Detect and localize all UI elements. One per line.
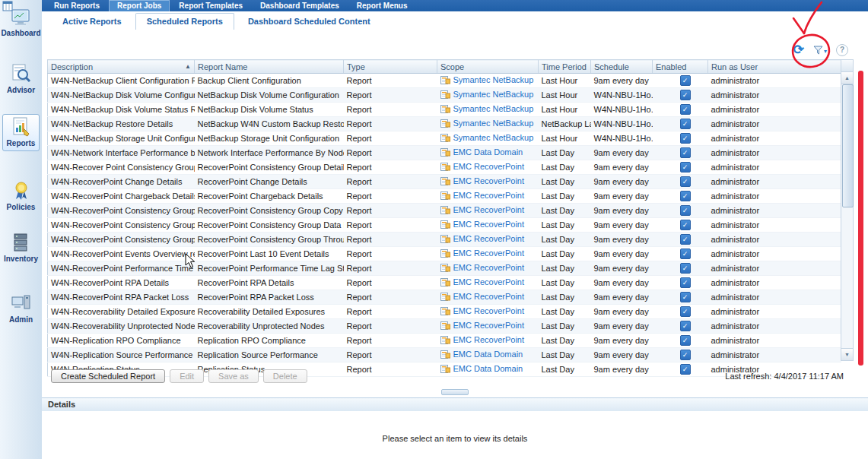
- enabled-checkbox[interactable]: ✓: [680, 350, 691, 360]
- subtab-scheduled-reports[interactable]: Scheduled Reports: [135, 13, 234, 30]
- enabled-checkbox[interactable]: ✓: [680, 277, 691, 288]
- scope-link[interactable]: EMC RecoverPoint: [453, 292, 525, 301]
- scope-link[interactable]: EMC RecoverPoint: [453, 205, 525, 214]
- scope-link[interactable]: Symantec NetBackup: [453, 90, 534, 99]
- sidebar-item-dashboard[interactable]: Dashboard: [0, 9, 42, 37]
- table-row[interactable]: W4N-Replication RPO ComplianceReplicatio…: [48, 334, 841, 348]
- column-header-description[interactable]: ▲Description: [48, 60, 195, 74]
- scope-report-icon: [440, 90, 450, 100]
- enabled-checkbox[interactable]: ✓: [680, 205, 691, 216]
- table-row[interactable]: W4N-NetBackup Restore DetailsNetBackup W…: [48, 117, 841, 131]
- enabled-checkbox[interactable]: ✓: [680, 234, 691, 245]
- enabled-checkbox[interactable]: ✓: [680, 248, 691, 259]
- scope-link[interactable]: EMC RecoverPoint: [453, 248, 525, 258]
- scope-link[interactable]: EMC RecoverPoint: [453, 263, 525, 272]
- delete-button[interactable]: Delete: [263, 369, 307, 383]
- column-header-run-as-user[interactable]: Run as User: [708, 60, 841, 74]
- table-row[interactable]: W4N-RecoverPoint Performance Time Lag...…: [48, 261, 841, 276]
- filter-icon[interactable]: ▾: [813, 46, 827, 55]
- scope-link[interactable]: EMC Data Domain: [453, 364, 523, 373]
- scope-link[interactable]: Symantec NetBackup: [453, 104, 534, 113]
- table-row[interactable]: W4N-Network Interface Performance by N..…: [48, 146, 841, 160]
- column-header-schedule[interactable]: Schedule: [591, 60, 653, 74]
- table-row[interactable]: W4N-Recoverability Detailed ExposuresRec…: [48, 305, 841, 319]
- tab-dashboard-templates[interactable]: Dashboard Templates: [253, 1, 347, 11]
- subtab-active-reports[interactable]: Active Reports: [52, 14, 132, 30]
- enabled-checkbox[interactable]: ✓: [680, 176, 691, 187]
- scope-link[interactable]: EMC Data Domain: [453, 350, 523, 359]
- enabled-checkbox[interactable]: ✓: [680, 191, 691, 201]
- scrollbar-thumb[interactable]: [842, 84, 854, 207]
- scroll-down-button[interactable]: ▼: [841, 348, 853, 360]
- tab-report-menus[interactable]: Report Menus: [349, 1, 415, 11]
- tab-report-jobs[interactable]: Report Jobs: [110, 1, 169, 11]
- enabled-checkbox[interactable]: ✓: [680, 306, 691, 317]
- scope-link[interactable]: EMC RecoverPoint: [453, 277, 525, 286]
- scope-link[interactable]: EMC RecoverPoint: [453, 176, 525, 185]
- scope-link[interactable]: EMC RecoverPoint: [453, 234, 525, 243]
- enabled-checkbox[interactable]: ✓: [680, 263, 691, 274]
- create-scheduled-report-button[interactable]: Create Scheduled Report: [51, 369, 165, 383]
- tab-report-templates[interactable]: Report Templates: [171, 1, 250, 11]
- table-row[interactable]: W4N-Recover Point Consistency Group De..…: [48, 160, 841, 175]
- edit-button[interactable]: Edit: [170, 369, 204, 383]
- table-row[interactable]: W4N-RecoverPoint Consistency Group Dat..…: [48, 218, 841, 233]
- enabled-checkbox[interactable]: ✓: [680, 321, 691, 331]
- enabled-checkbox[interactable]: ✓: [680, 162, 691, 173]
- sidebar-item-policies[interactable]: Policies: [0, 181, 42, 211]
- scope-link[interactable]: EMC RecoverPoint: [453, 191, 525, 200]
- table-row[interactable]: W4N-RecoverPoint RPA DetailsRecoverPoint…: [48, 276, 841, 290]
- sidebar-item-admin[interactable]: Admin: [0, 293, 42, 324]
- table-row[interactable]: W4N-RecoverPoint Consistency Group Thr..…: [48, 233, 841, 247]
- enabled-checkbox[interactable]: ✓: [680, 364, 691, 375]
- table-row[interactable]: W4N-NetBackup Client Configuration Repor…: [48, 74, 841, 88]
- scope-link[interactable]: Symantec NetBackup: [453, 133, 534, 142]
- scope-link[interactable]: Symantec NetBackup: [453, 119, 534, 128]
- table-row[interactable]: W4N-NetBackup Disk Volume Configurati...…: [48, 88, 841, 103]
- table-row[interactable]: W4N-Replication Source PerformanceReplic…: [48, 348, 841, 362]
- column-header-enabled[interactable]: Enabled: [653, 60, 708, 74]
- table-row[interactable]: W4N-RecoverPoint RPA Packet LossRecoverP…: [48, 290, 841, 305]
- refresh-icon[interactable]: ⟳: [793, 44, 804, 56]
- table-row[interactable]: W4N-RecoverPoint Change DetailsRecoverPo…: [48, 175, 841, 189]
- enabled-checkbox[interactable]: ✓: [680, 335, 691, 346]
- table-row[interactable]: W4N-Recoverability Unprotected NodesReco…: [48, 319, 841, 334]
- enabled-checkbox[interactable]: ✓: [680, 104, 691, 115]
- enabled-checkbox[interactable]: ✓: [680, 119, 691, 129]
- sidebar-item-inventory[interactable]: Inventory: [0, 233, 42, 263]
- scroll-up-button[interactable]: ▲: [841, 72, 853, 84]
- enabled-checkbox[interactable]: ✓: [680, 75, 691, 86]
- scope-link[interactable]: EMC RecoverPoint: [453, 321, 525, 330]
- cell-enabled: ✓: [653, 247, 708, 261]
- advisor-icon: [0, 64, 42, 84]
- table-row[interactable]: W4N-RecoverPoint Chargeback DetailsRecov…: [48, 189, 841, 204]
- sidebar-item-reports[interactable]: Reports: [2, 114, 40, 151]
- enabled-checkbox[interactable]: ✓: [680, 133, 691, 144]
- details-splitter[interactable]: [42, 387, 868, 397]
- scope-link[interactable]: EMC RecoverPoint: [453, 335, 525, 344]
- scope-link[interactable]: EMC RecoverPoint: [453, 162, 525, 171]
- table-scrollbar[interactable]: ▲ ▼: [841, 59, 854, 361]
- sidebar-item-advisor[interactable]: Advisor: [0, 64, 42, 94]
- enabled-checkbox[interactable]: ✓: [680, 90, 691, 100]
- column-header-time-period[interactable]: Time Period: [539, 60, 591, 74]
- scope-link[interactable]: EMC RecoverPoint: [453, 306, 525, 315]
- splitter-grip[interactable]: [441, 389, 469, 395]
- enabled-checkbox[interactable]: ✓: [680, 147, 691, 158]
- table-row[interactable]: W4N-NetBackup Storage Unit Configurati..…: [48, 131, 841, 146]
- column-header-report-name[interactable]: Report Name: [195, 60, 344, 74]
- table-row[interactable]: W4N-RecoverPoint Consistency Group Co...…: [48, 204, 841, 218]
- table-row[interactable]: W4N-NetBackup Disk Volume Status ReportN…: [48, 103, 841, 117]
- enabled-checkbox[interactable]: ✓: [680, 220, 691, 230]
- save-as-button[interactable]: Save as: [208, 369, 259, 383]
- tab-run-reports[interactable]: Run Reports: [46, 1, 107, 11]
- scope-link[interactable]: Symantec NetBackup: [453, 75, 534, 84]
- scope-link[interactable]: EMC RecoverPoint: [453, 220, 525, 229]
- help-icon[interactable]: ?: [836, 44, 848, 56]
- scope-link[interactable]: EMC Data Domain: [453, 147, 523, 157]
- column-header-scope[interactable]: Scope: [437, 60, 539, 74]
- table-row[interactable]: W4N-RecoverPoint Events Overview reportR…: [48, 247, 841, 261]
- column-header-type[interactable]: Type: [344, 60, 437, 74]
- enabled-checkbox[interactable]: ✓: [680, 292, 691, 302]
- subtab-dashboard-scheduled-content[interactable]: Dashboard Scheduled Content: [237, 14, 381, 30]
